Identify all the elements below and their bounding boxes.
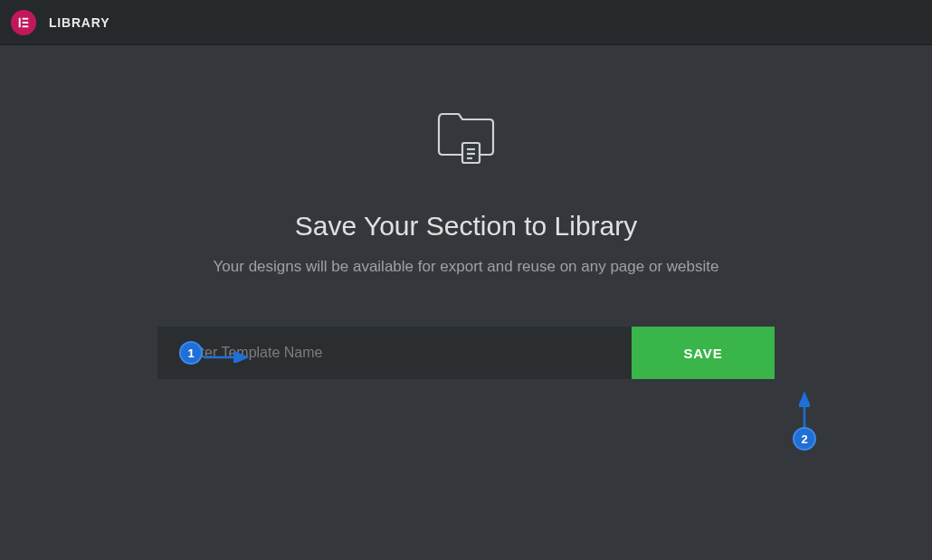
main-content: Save Your Section to Library Your design…: [0, 45, 932, 379]
annotation-marker-1: 1: [179, 341, 203, 365]
header-title: LIBRARY: [49, 15, 109, 30]
subtitle-text: Your designs will be available for expor…: [214, 258, 719, 276]
svg-rect-1: [23, 17, 29, 19]
annotation-marker-2: 2: [793, 427, 816, 451]
elementor-logo-icon: [11, 10, 36, 35]
save-button[interactable]: SAVE: [632, 327, 775, 379]
annotation-arrow-1-icon: [204, 352, 256, 363]
header-bar: LIBRARY: [0, 0, 932, 45]
annotation-arrow-2-icon: [799, 388, 810, 432]
main-title: Save Your Section to Library: [295, 211, 638, 242]
library-folder-icon: [435, 110, 497, 170]
svg-rect-3: [23, 25, 29, 27]
svg-rect-0: [19, 17, 21, 27]
svg-rect-2: [23, 22, 29, 24]
